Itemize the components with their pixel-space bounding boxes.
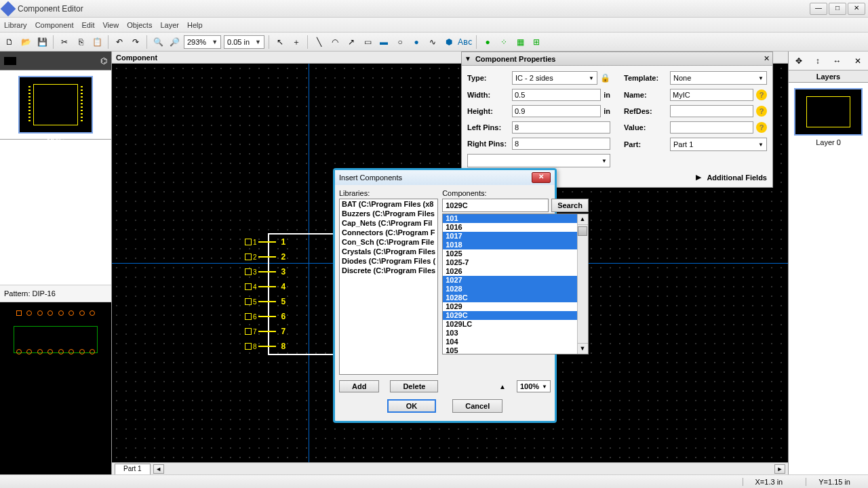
scroll-left-icon[interactable]: ◄: [153, 464, 164, 474]
arc-icon[interactable]: ◠: [328, 35, 342, 49]
arrow-icon[interactable]: ↗: [344, 35, 358, 49]
width-input[interactable]: 0.5: [512, 89, 601, 101]
new-icon[interactable]: 🗋: [3, 35, 16, 49]
menu-library[interactable]: Library: [4, 21, 27, 29]
maximize-button[interactable]: □: [829, 3, 846, 15]
cancel-button[interactable]: Cancel: [452, 399, 502, 413]
height-input[interactable]: 0.9: [512, 105, 601, 117]
polygon-icon[interactable]: ⬢: [442, 35, 456, 49]
help-icon[interactable]: ?: [756, 89, 767, 100]
search-button[interactable]: Search: [551, 199, 589, 212]
pin[interactable]: 88: [245, 342, 285, 351]
component-item[interactable]: 1017: [443, 232, 577, 241]
component-thumbnail[interactable]: MyIC: [18, 76, 93, 134]
copy-icon[interactable]: ⎘: [74, 35, 87, 49]
zoom-combo[interactable]: 293%▼: [184, 35, 221, 49]
move-icon[interactable]: ✥: [795, 57, 802, 65]
menu-component[interactable]: Component: [35, 21, 74, 29]
collapse-icon[interactable]: ▼: [465, 55, 471, 62]
close-button[interactable]: ✕: [848, 3, 865, 15]
ok-button[interactable]: OK: [387, 399, 437, 413]
pins-icon[interactable]: ⁘: [497, 35, 511, 49]
menu-help[interactable]: Help: [187, 21, 203, 29]
pin[interactable]: 44: [245, 282, 285, 291]
scroll-down-icon[interactable]: ▼: [577, 343, 588, 354]
menu-layer[interactable]: Layer: [160, 21, 179, 29]
additional-fields-button[interactable]: Additional Fields: [707, 174, 767, 182]
pin[interactable]: 55: [245, 297, 285, 306]
component-item[interactable]: 1029LC: [443, 320, 577, 329]
ellipse-icon[interactable]: ○: [393, 35, 407, 49]
zoom-out-icon[interactable]: 🔎: [167, 35, 181, 49]
name-input[interactable]: MyIC: [670, 89, 753, 101]
mesh-icon[interactable]: ⊞: [530, 35, 543, 49]
save-icon[interactable]: 💾: [35, 35, 49, 49]
component-item[interactable]: 104: [443, 338, 577, 346]
type-combo[interactable]: IC - 2 sides: [512, 71, 597, 85]
paste-icon[interactable]: 📋: [90, 35, 104, 49]
component-item[interactable]: 105: [443, 346, 577, 354]
open-icon[interactable]: 📂: [19, 35, 33, 49]
library-item[interactable]: BAT (C:\Program Files (x8: [340, 199, 437, 209]
component-item[interactable]: 101: [443, 214, 577, 223]
library-item[interactable]: Buzzers (C:\Program Files: [340, 209, 437, 218]
close-layers-icon[interactable]: ✕: [854, 57, 861, 65]
pointer-icon[interactable]: ↖: [273, 35, 287, 49]
part-combo[interactable]: Part 1: [670, 138, 767, 151]
lock-icon[interactable]: 🔒: [600, 74, 610, 82]
component-item[interactable]: 1028: [443, 285, 577, 293]
scroll-right-icon[interactable]: ►: [774, 464, 785, 474]
cut-icon[interactable]: ✂: [58, 35, 71, 49]
component-item[interactable]: 1016: [443, 223, 577, 232]
component-item[interactable]: 1029: [443, 302, 577, 311]
library-item[interactable]: Con_Sch (C:\Program File: [340, 237, 437, 247]
right-pins-input[interactable]: 8: [512, 138, 610, 150]
tree-icon[interactable]: ⌬: [100, 57, 107, 65]
left-pins-input[interactable]: 8: [512, 121, 610, 134]
redo-icon[interactable]: ↷: [129, 35, 142, 49]
collapse-up-icon[interactable]: ▲: [491, 383, 514, 390]
help-icon[interactable]: ?: [756, 122, 767, 133]
line-icon[interactable]: ╲: [312, 35, 326, 49]
library-item[interactable]: Connectors (C:\Program F: [340, 228, 437, 237]
snap-combo[interactable]: 0.05 in▼: [224, 35, 264, 49]
polyline-icon[interactable]: ∿: [426, 35, 439, 49]
template-combo[interactable]: None: [670, 71, 767, 85]
pin[interactable]: 11: [245, 237, 285, 247]
component-item[interactable]: 1028C: [443, 293, 577, 302]
help-icon[interactable]: ?: [756, 106, 767, 117]
cross-icon[interactable]: ＋: [290, 35, 303, 49]
components-list[interactable]: ▲ ▼ 10110161017101810251025-710261027102…: [442, 214, 589, 354]
component-item[interactable]: 1029C: [443, 311, 577, 320]
search-input[interactable]: [442, 199, 549, 212]
dialog-zoom-combo[interactable]: 100%▼: [517, 380, 551, 392]
component-item[interactable]: 1027: [443, 276, 577, 285]
menu-edit[interactable]: Edit: [82, 21, 95, 29]
rect-icon[interactable]: ▭: [361, 35, 374, 49]
pin[interactable]: 77: [245, 327, 285, 336]
pin[interactable]: 66: [245, 312, 285, 321]
libraries-list[interactable]: BAT (C:\Program Files (x8Buzzers (C:\Pro…: [339, 199, 438, 375]
undo-icon[interactable]: ↶: [113, 35, 126, 49]
node-icon[interactable]: ●: [481, 35, 494, 49]
refdes-input[interactable]: [670, 105, 753, 117]
minimize-button[interactable]: —: [810, 3, 827, 15]
scroll-up-icon[interactable]: ▲: [577, 214, 588, 225]
filled-ellipse-icon[interactable]: ●: [410, 35, 423, 49]
menu-objects[interactable]: Objects: [127, 21, 152, 29]
pin[interactable]: 22: [245, 252, 285, 262]
part-tab[interactable]: Part 1: [115, 464, 151, 474]
component-item[interactable]: 1025: [443, 249, 577, 258]
properties-close-icon[interactable]: ✕: [764, 54, 770, 63]
component-item[interactable]: 103: [443, 329, 577, 338]
library-item[interactable]: Diodes (C:\Program Files (: [340, 256, 437, 266]
component-item[interactable]: 1018: [443, 241, 577, 249]
hidden-combo[interactable]: [467, 154, 610, 167]
library-item[interactable]: Crystals (C:\Program Files: [340, 247, 437, 256]
value-input[interactable]: [670, 121, 753, 134]
menu-view[interactable]: View: [102, 21, 119, 29]
library-item[interactable]: Cap_Nets (C:\Program Fil: [340, 218, 437, 228]
pin[interactable]: 33: [245, 267, 285, 277]
text-icon[interactable]: Aʙᴄ: [458, 35, 472, 49]
dialog-close-button[interactable]: ✕: [532, 172, 551, 183]
